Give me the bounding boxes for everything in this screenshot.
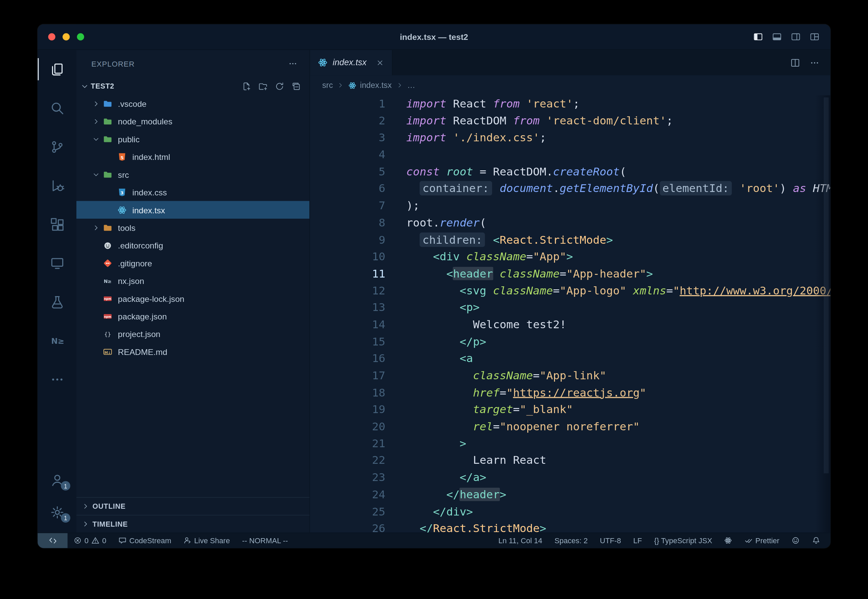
tree-item-src[interactable]: src xyxy=(77,166,309,183)
code-editor[interactable]: 1234567891011121314151617181920212223242… xyxy=(310,95,830,533)
layout-sidebar-right-icon[interactable] xyxy=(791,32,800,42)
zoom-button[interactable] xyxy=(77,33,84,40)
workspace-name: TEST2 xyxy=(91,82,114,90)
feedback-icon xyxy=(791,536,800,545)
tree-item-project-json[interactable]: {}project.json xyxy=(77,325,309,342)
sidebar-explorer: EXPLORER TEST2 .vscodenode_modulespublic… xyxy=(77,50,310,533)
tab-index-tsx[interactable]: index.tsx xyxy=(310,50,393,75)
activity-run-and-debug[interactable] xyxy=(38,166,77,205)
panel-outline[interactable]: OUTLINE xyxy=(77,497,309,515)
status-problems[interactable]: 00 xyxy=(68,533,113,548)
status-feedback[interactable] xyxy=(785,533,806,548)
line-numbers-gutter[interactable]: 1234567891011121314151617181920212223242… xyxy=(310,95,406,533)
status-language-mode[interactable]: {} TypeScript JSX xyxy=(648,533,718,548)
tree-item-node-modules[interactable]: node_modules xyxy=(77,112,309,130)
workspace-section-header[interactable]: TEST2 xyxy=(77,77,309,95)
tab-bar: index.tsx xyxy=(310,50,830,75)
split-editor-icon[interactable] xyxy=(791,58,800,67)
activity-testing[interactable] xyxy=(38,282,77,321)
new-folder-icon[interactable] xyxy=(259,82,267,90)
tree-item-gitignore[interactable]: .gitignore xyxy=(77,254,309,272)
minimize-button[interactable] xyxy=(63,33,70,40)
activity-accounts[interactable]: 1 xyxy=(38,464,77,496)
status-encoding[interactable]: UTF-8 xyxy=(594,533,627,548)
new-file-icon[interactable] xyxy=(242,82,251,90)
breadcrumb-item-[interactable]: … xyxy=(407,81,415,90)
chevron-right-icon xyxy=(396,82,403,89)
tree-item-readme-md[interactable]: M↓README.md xyxy=(77,343,309,360)
breadcrumb-label: … xyxy=(407,81,415,90)
activity-nx-console[interactable]: N≥ xyxy=(38,321,77,360)
status-codestream[interactable]: CodeStream xyxy=(113,533,178,548)
refresh-icon[interactable] xyxy=(275,82,284,90)
code-line-3: import './index.css'; xyxy=(406,129,830,146)
search-icon xyxy=(50,101,64,115)
status-indentation[interactable]: Spaces: 2 xyxy=(548,533,594,548)
tree-item-nx-json[interactable]: N≥nx.json xyxy=(77,272,309,289)
activity-remote-explorer[interactable] xyxy=(38,244,77,283)
file-label: index.tsx xyxy=(132,205,165,215)
activity-search[interactable] xyxy=(38,89,77,128)
tree-item-index-html[interactable]: 5index.html xyxy=(77,148,309,165)
activity-extensions[interactable] xyxy=(38,205,77,244)
tree-item-index-css[interactable]: 3index.css xyxy=(77,183,309,201)
activity-settings[interactable]: 1 xyxy=(38,496,77,528)
files-icon xyxy=(50,62,64,76)
line-number-6: 6 xyxy=(310,180,385,197)
status-react-status[interactable] xyxy=(718,533,739,548)
tree-item-editorconfig[interactable]: .editorconfig xyxy=(77,236,309,254)
error-icon xyxy=(74,536,82,545)
close-icon[interactable] xyxy=(376,59,384,67)
code-line-25: </div> xyxy=(406,503,830,520)
status-label: {} TypeScript JSX xyxy=(654,536,712,545)
activity-explorer[interactable] xyxy=(38,50,77,89)
status-label: -- NORMAL -- xyxy=(242,536,288,545)
debug-icon xyxy=(50,179,64,192)
status-eol[interactable]: LF xyxy=(627,533,648,548)
status-bar: 00CodeStreamLive Share-- NORMAL -- Ln 11… xyxy=(38,533,830,548)
liveshare-icon xyxy=(184,536,192,545)
titlebar-layout-controls xyxy=(754,32,830,42)
collapse-all-icon[interactable] xyxy=(292,82,301,90)
npm-icon: npm xyxy=(102,294,113,303)
status-notifications[interactable] xyxy=(806,533,826,548)
tree-item-package-json[interactable]: npmpackage.json xyxy=(77,307,309,325)
line-number-4: 4 xyxy=(310,146,385,163)
layout-customize-icon[interactable] xyxy=(810,32,819,42)
editor-scrollbar[interactable] xyxy=(824,97,829,474)
line-number-26: 26 xyxy=(310,520,385,533)
folder-icon xyxy=(102,223,113,232)
status-prettier[interactable]: Prettier xyxy=(739,533,785,548)
desktop: index.tsx — test2 N≥ 11 EXPLORER TEST2 .… xyxy=(0,0,868,599)
status-vim-mode[interactable]: -- NORMAL -- xyxy=(236,533,294,548)
explorer-more-icon[interactable] xyxy=(288,59,297,68)
remote-indicator[interactable] xyxy=(38,533,67,548)
layout-panel-icon[interactable] xyxy=(772,32,782,42)
chevron-right-icon xyxy=(82,503,89,510)
source-control-icon xyxy=(50,140,64,154)
activity-additional-views[interactable] xyxy=(38,360,77,399)
file-label: node_modules xyxy=(118,117,172,126)
workbench: N≥ 11 EXPLORER TEST2 .vscodenode_modules… xyxy=(38,50,830,533)
panel-timeline[interactable]: TIMELINE xyxy=(77,515,309,533)
chevron-right-icon xyxy=(82,520,89,527)
tree-item-vscode[interactable]: .vscode xyxy=(77,95,309,112)
activity-bar-top: N≥ xyxy=(38,50,77,399)
close-button[interactable] xyxy=(48,33,55,40)
activity-source-control[interactable] xyxy=(38,128,77,166)
code-line-22: Learn React xyxy=(406,452,830,469)
tree-item-index-tsx[interactable]: index.tsx xyxy=(77,201,309,219)
tree-item-tools[interactable]: tools xyxy=(77,219,309,236)
code-line-19: target="_blank" xyxy=(406,401,830,418)
ellipsis-icon[interactable] xyxy=(810,58,819,67)
breadcrumb-item-src[interactable]: src xyxy=(322,81,333,90)
tree-item-public[interactable]: public xyxy=(77,130,309,148)
editorconfig-icon xyxy=(102,241,113,250)
status-live-share[interactable]: Live Share xyxy=(178,533,236,548)
breadcrumb-item-index-tsx[interactable]: index.tsx xyxy=(349,81,392,90)
file-label: public xyxy=(118,134,140,144)
layout-sidebar-left-icon[interactable] xyxy=(754,32,763,42)
line-number-10: 10 xyxy=(310,248,385,265)
status-cursor-position[interactable]: Ln 11, Col 14 xyxy=(492,533,548,548)
tree-item-package-lock-json[interactable]: npmpackage-lock.json xyxy=(77,290,309,307)
